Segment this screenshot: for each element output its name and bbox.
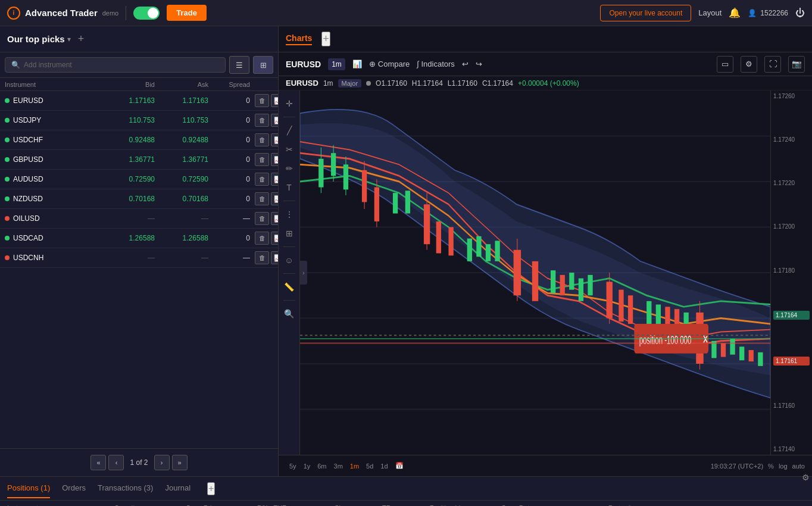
undo-button[interactable]: ↩ <box>462 60 469 68</box>
calendar-button[interactable]: 📅 <box>392 460 407 471</box>
ask-price: 1.26588 <box>160 234 213 242</box>
fullscreen-button[interactable]: ⛶ <box>764 56 781 73</box>
brand-name: Advanced Trader <box>25 8 98 18</box>
instrument-label: EURUSD <box>13 96 43 105</box>
3m-button[interactable]: 3m <box>330 461 346 471</box>
delete-button[interactable]: 🗑 <box>255 192 269 205</box>
chart-svg: position -100 000 ✕ <box>300 90 770 455</box>
ask-price: — <box>160 214 213 223</box>
spread-value: 0 <box>213 96 255 105</box>
1m-button[interactable]: 1m <box>346 461 363 471</box>
delete-button[interactable]: 🗑 <box>255 114 269 127</box>
chart-button[interactable]: 📈 <box>271 94 278 107</box>
grid-view-button[interactable]: ⊞ <box>253 56 273 74</box>
instrument-row: AUDUSD 0.72590 0.72590 0 🗑 📈 T <box>0 170 278 189</box>
row-actions: 🗑 📈 T <box>255 114 278 127</box>
redo-button[interactable]: ↪ <box>476 60 482 68</box>
top-picks-dropdown[interactable]: ▾ <box>67 35 71 43</box>
transactions-tab[interactable]: Transactions (3) <box>98 479 153 498</box>
prev-page-button[interactable]: ‹ <box>108 455 124 470</box>
instrument-row: USDCNH — — — 🗑 📈 T <box>0 248 278 268</box>
chart-type-button[interactable]: 📊 <box>352 60 362 68</box>
instrument-name: OILUSD <box>5 214 100 223</box>
ohlc-h: H1.17164 <box>412 79 443 88</box>
spread-value: — <box>213 254 255 262</box>
instrument-name: USDCHF <box>5 136 100 144</box>
6m-button[interactable]: 6m <box>314 461 330 471</box>
rectangle-tool-button[interactable]: ▭ <box>717 56 733 73</box>
ohlc-l: L1.17160 <box>448 79 477 88</box>
delete-button[interactable]: 🗑 <box>255 173 269 186</box>
add-chart-button[interactable]: + <box>321 32 330 46</box>
notification-icon[interactable]: 🔔 <box>729 7 741 18</box>
ruler-tool[interactable]: 📏 <box>281 279 298 295</box>
zoom-tool[interactable]: 🔍 <box>281 305 298 322</box>
scissors-tool[interactable]: ✂ <box>281 141 298 158</box>
first-page-button[interactable]: « <box>90 455 106 470</box>
chart-button[interactable]: 📈 <box>271 251 278 264</box>
chart-button[interactable]: 📈 <box>271 232 278 245</box>
chart-button[interactable]: 📈 <box>271 173 278 186</box>
chart-button[interactable]: 📈 <box>271 212 278 225</box>
delete-button[interactable]: 🗑 <box>255 133 269 146</box>
bid-price: 1.36771 <box>100 155 160 164</box>
line-tool[interactable]: ╱ <box>281 122 298 139</box>
list-view-button[interactable]: ☰ <box>229 56 249 74</box>
chart-button[interactable]: 📈 <box>271 153 278 166</box>
last-page-button[interactable]: » <box>172 455 188 470</box>
search-input[interactable]: 🔍 Add instrument <box>5 57 226 73</box>
instruments-toolbar: 🔍 Add instrument ☰ ⊞ <box>0 52 278 78</box>
delete-button[interactable]: 🗑 <box>255 153 269 166</box>
timeframe-button[interactable]: 1m <box>328 58 345 70</box>
percent-label[interactable]: % <box>768 463 774 470</box>
instrument-row: OILUSD — — — 🗑 📈 T <box>0 209 278 229</box>
layout-button[interactable]: Layout <box>698 8 722 17</box>
status-dot <box>5 216 10 221</box>
text-tool[interactable]: T <box>281 179 298 196</box>
panel-toggle[interactable]: › <box>300 261 307 285</box>
orders-tab[interactable]: Orders <box>62 479 86 498</box>
charts-tab[interactable]: Charts <box>286 33 312 45</box>
power-icon[interactable]: ⏻ <box>795 8 805 18</box>
delete-button[interactable]: 🗑 <box>255 212 269 225</box>
instrument-label: GBPUSD <box>13 155 43 164</box>
add-watchlist-button[interactable]: + <box>78 33 85 45</box>
toggle-switch[interactable] <box>133 7 160 20</box>
delete-button[interactable]: 🗑 <box>255 94 269 107</box>
5y-button[interactable]: 5y <box>286 461 300 471</box>
bid-price: 1.26588 <box>100 234 160 242</box>
next-page-button[interactable]: › <box>154 455 170 470</box>
delete-button[interactable]: 🗑 <box>255 232 269 245</box>
chart-button[interactable]: 📈 <box>271 133 278 146</box>
indicators-button[interactable]: ∫ Indicators <box>417 60 455 68</box>
ask-price: 0.92488 <box>160 136 213 144</box>
screenshot-button[interactable]: 📷 <box>788 56 805 73</box>
1y-button[interactable]: 1y <box>300 461 314 471</box>
brand-icon: i <box>7 7 20 20</box>
svg-rect-32 <box>560 275 565 295</box>
svg-rect-24 <box>467 239 472 261</box>
emoji-tool[interactable]: ☺ <box>281 252 298 268</box>
chart-time-bar: 5y 1y 6m 3m 1m 5d 1d 📅 19:03:27 (UTC+2) … <box>279 455 812 476</box>
time-display: 19:03:27 (UTC+2) <box>711 463 763 470</box>
page-info: 1 of 2 <box>130 458 148 467</box>
log-label[interactable]: log <box>779 463 788 470</box>
auto-label[interactable]: auto <box>792 463 805 470</box>
positions-tab[interactable]: Positions (1) <box>7 479 50 498</box>
add-panel-button[interactable]: + <box>207 482 215 495</box>
1d-button[interactable]: 1d <box>377 461 391 471</box>
draw-tool[interactable]: ✏ <box>281 160 298 177</box>
node-tool[interactable]: ⋮ <box>281 206 298 223</box>
chart-settings-button[interactable]: ⚙ <box>741 56 757 73</box>
multi-tool[interactable]: ⊞ <box>281 225 298 242</box>
chart-button[interactable]: 📈 <box>271 114 278 127</box>
chart-button[interactable]: 📈 <box>271 192 278 205</box>
compare-button[interactable]: ⊕ Compare <box>369 60 410 68</box>
crosshair-tool[interactable]: ✛ <box>281 95 298 112</box>
delete-button[interactable]: 🗑 <box>255 251 269 264</box>
5d-button[interactable]: 5d <box>363 461 377 471</box>
trade-button[interactable]: Trade <box>167 5 207 21</box>
live-account-button[interactable]: Open your live account <box>600 5 691 21</box>
col-bid: Bid <box>100 81 160 88</box>
journal-tab[interactable]: Journal <box>165 479 190 498</box>
